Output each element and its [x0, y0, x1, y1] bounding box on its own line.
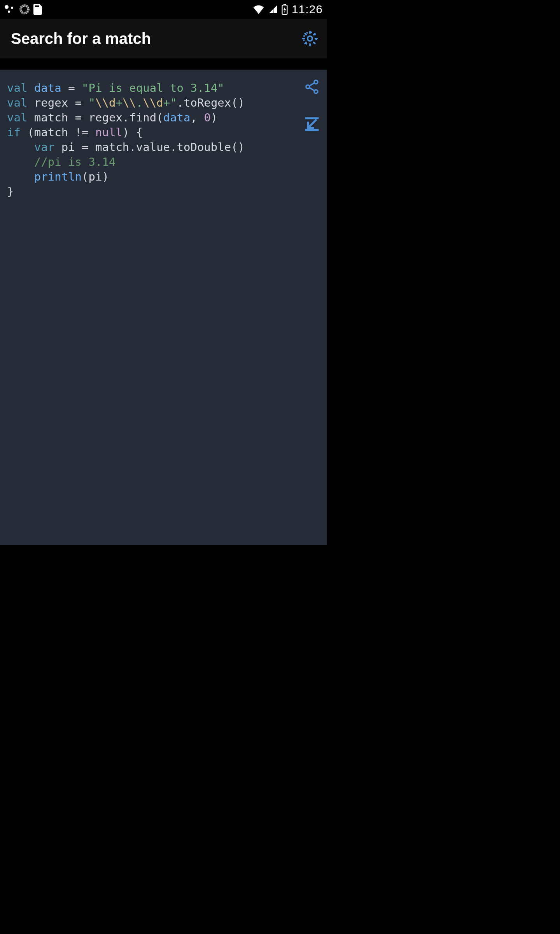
code-token: "Pi is equal to 3.14" [82, 81, 224, 95]
status-left [4, 4, 42, 15]
page-title: Search for a match [11, 30, 151, 47]
svg-point-4 [314, 80, 318, 84]
code-token: \\ [122, 96, 136, 109]
code-token: = [61, 81, 82, 95]
code-token: null [95, 126, 122, 139]
code-token: = match.value.toDouble() [75, 140, 245, 154]
code-token: 0 [204, 111, 210, 124]
code-token: if [7, 126, 21, 139]
code-token: . [136, 96, 143, 109]
svg-line-8 [310, 88, 315, 91]
code-token [27, 81, 34, 95]
code-token: match [34, 111, 68, 124]
status-clock: 11:26 [292, 3, 323, 16]
code-token [7, 140, 34, 154]
battery-charging-icon [282, 4, 288, 15]
code-token: println [34, 170, 82, 183]
code-token: regex [34, 96, 68, 109]
code-token: \\d [95, 96, 116, 109]
svg-line-7 [310, 83, 315, 86]
status-right: 11:26 [253, 3, 323, 16]
svg-point-5 [306, 85, 310, 88]
code-token: \\d [143, 96, 163, 109]
collapse-button[interactable] [303, 114, 321, 133]
svg-point-2 [308, 36, 312, 41]
side-actions [303, 77, 321, 133]
code-block[interactable]: val data = "Pi is equal to 3.14" val reg… [0, 70, 327, 210]
code-token: (pi) [82, 170, 109, 183]
code-token: ) { [122, 126, 143, 139]
code-token: .toRegex() [177, 96, 245, 109]
code-token [54, 140, 61, 154]
code-token: = regex.find( [68, 111, 163, 124]
code-token [7, 170, 34, 183]
spinner-icon [19, 4, 30, 14]
code-token: +" [163, 96, 177, 109]
code-token: (match != [21, 126, 95, 139]
code-token [27, 96, 34, 109]
settings-button[interactable] [301, 30, 319, 47]
code-token: = [68, 96, 88, 109]
share-button[interactable] [303, 77, 321, 96]
code-token [27, 111, 34, 124]
notification-dots-icon [4, 4, 16, 15]
code-token: val [7, 96, 27, 109]
app-bar: Search for a match [0, 19, 327, 58]
code-token: , [190, 111, 204, 124]
code-token: val [7, 81, 27, 95]
code-token [7, 155, 34, 169]
code-viewer: val data = "Pi is equal to 3.14" val reg… [0, 70, 327, 545]
code-token: //pi is 3.14 [34, 155, 116, 169]
code-token: pi [61, 140, 75, 154]
svg-point-6 [314, 90, 318, 93]
code-token: + [116, 96, 122, 109]
code-token: ) [211, 111, 217, 124]
sd-card-icon [33, 4, 42, 15]
code-token: " [89, 96, 95, 109]
code-token: } [7, 185, 14, 198]
wifi-icon [253, 5, 264, 14]
code-token: data [34, 81, 61, 95]
code-token: val [7, 111, 27, 124]
svg-line-10 [308, 120, 316, 128]
svg-rect-1 [284, 4, 286, 5]
code-token: var [34, 140, 54, 154]
code-token: data [163, 111, 191, 124]
cell-signal-icon [268, 5, 278, 14]
status-bar: 11:26 [0, 0, 327, 19]
